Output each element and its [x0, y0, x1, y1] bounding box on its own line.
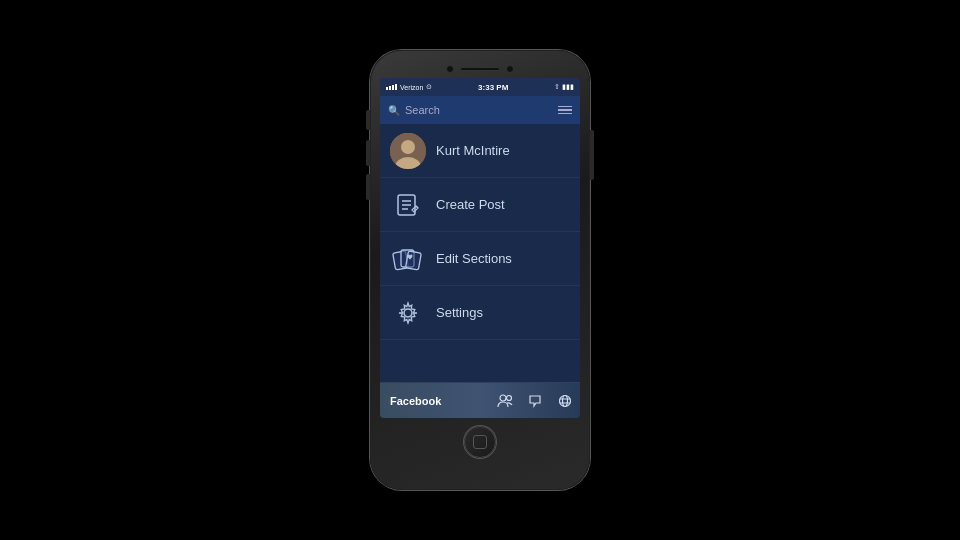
- status-bar: Verizon ⊙ 3:33 PM ⇧ ▮▮▮: [380, 78, 580, 96]
- home-button-inner: [473, 435, 487, 449]
- cards-icon: [393, 246, 423, 272]
- status-left: Verizon ⊙: [386, 83, 432, 91]
- friends-tab-button[interactable]: [490, 383, 520, 419]
- globe-tab-button[interactable]: [550, 383, 580, 419]
- search-input-area[interactable]: 🔍 Search: [388, 104, 558, 116]
- messages-icon: [528, 394, 542, 408]
- user-avatar: [390, 133, 426, 169]
- signal-bars: [386, 84, 397, 90]
- tab-icons-container: [490, 383, 580, 419]
- menu-item-edit-sections[interactable]: Edit Sections: [380, 232, 580, 286]
- svg-rect-10: [406, 250, 422, 269]
- speaker-grille: [460, 67, 500, 71]
- facebook-app-label: Facebook: [380, 395, 451, 407]
- edit-sections-icon-container: [394, 245, 422, 273]
- volume-up-button: [366, 140, 370, 166]
- svg-point-14: [560, 395, 571, 406]
- user-name-label: Kurt McIntire: [436, 143, 510, 158]
- globe-icon: [558, 394, 572, 408]
- settings-gear-icon: [395, 300, 421, 326]
- menu-item-create-post[interactable]: Create Post: [380, 178, 580, 232]
- bottom-tab-bar: Facebook: [380, 382, 580, 418]
- avatar-image: [390, 133, 426, 169]
- settings-icon-container: [394, 299, 422, 327]
- menu-item-user[interactable]: Kurt McIntire: [380, 124, 580, 178]
- create-post-icon-container: [394, 191, 422, 219]
- friends-icon: [497, 394, 513, 408]
- create-post-label: Create Post: [436, 197, 505, 212]
- hamburger-menu-button[interactable]: [558, 106, 572, 115]
- menu-item-settings[interactable]: Settings: [380, 286, 580, 340]
- avatar-svg: [390, 133, 426, 169]
- volume-down-button: [366, 174, 370, 200]
- menu-area: Kurt McIntire Create Pos: [380, 124, 580, 382]
- search-icon: 🔍: [388, 105, 400, 116]
- create-post-icon: [395, 192, 421, 218]
- svg-point-1: [401, 140, 415, 154]
- status-time: 3:33 PM: [478, 83, 508, 92]
- carrier-label: Verizon: [400, 84, 423, 91]
- power-button: [590, 130, 594, 180]
- phone-device: Verizon ⊙ 3:33 PM ⇧ ▮▮▮ 🔍 Search: [370, 50, 590, 490]
- mute-button: [366, 110, 370, 130]
- wifi-icon: ⊙: [426, 83, 432, 91]
- svg-point-13: [507, 395, 512, 400]
- phone-screen: Verizon ⊙ 3:33 PM ⇧ ▮▮▮ 🔍 Search: [380, 78, 580, 418]
- front-camera: [446, 65, 454, 73]
- user-avatar-container: [394, 137, 422, 165]
- home-button[interactable]: [464, 426, 496, 458]
- sensor: [506, 65, 514, 73]
- battery-icon: ▮▮▮: [562, 83, 574, 91]
- svg-point-12: [500, 395, 506, 401]
- svg-point-15: [563, 395, 568, 406]
- edit-sections-label: Edit Sections: [436, 251, 512, 266]
- svg-line-7: [416, 206, 418, 208]
- phone-bottom: [380, 418, 580, 466]
- search-bar[interactable]: 🔍 Search: [380, 96, 580, 124]
- settings-label: Settings: [436, 305, 483, 320]
- search-placeholder: Search: [405, 104, 440, 116]
- location-icon: ⇧: [554, 83, 560, 91]
- messages-tab-button[interactable]: [520, 383, 550, 419]
- svg-point-11: [404, 309, 412, 317]
- phone-top-bar: [380, 60, 580, 78]
- status-right: ⇧ ▮▮▮: [554, 83, 574, 91]
